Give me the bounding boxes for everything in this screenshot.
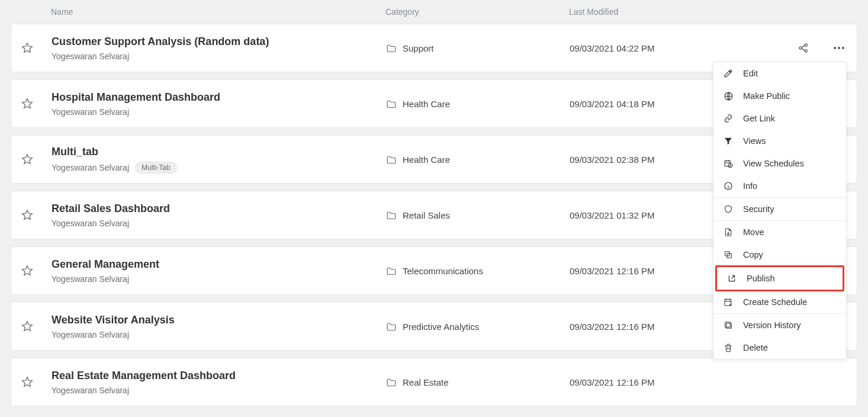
share-icon[interactable]: [798, 42, 809, 54]
more-icon[interactable]: [833, 46, 845, 50]
item-owner: Yogeswaran Selvaraj: [52, 107, 129, 117]
shield-icon: [723, 204, 734, 214]
menu-label: Info: [743, 181, 757, 191]
svg-point-1: [805, 44, 807, 46]
favorite-star-icon[interactable]: [21, 320, 34, 333]
menu-label: Views: [743, 136, 766, 146]
item-owner: Yogeswaran Selvaraj: [52, 330, 129, 339]
item-title[interactable]: Website Visitor Analysis: [52, 314, 386, 326]
svg-point-2: [805, 50, 807, 52]
item-title[interactable]: Multi_tab: [52, 146, 386, 158]
item-title[interactable]: Hospital Management Dashboard: [52, 91, 386, 104]
menu-label: Version History: [743, 320, 801, 330]
item-owner: Yogeswaran Selvaraj: [52, 163, 129, 172]
copy-icon: [723, 249, 734, 260]
menu-security[interactable]: Security: [713, 198, 846, 220]
svg-rect-11: [725, 322, 731, 328]
menu-label: Delete: [743, 343, 768, 352]
menu-copy[interactable]: Copy: [713, 243, 846, 266]
item-owner: Yogeswaran Selvaraj: [52, 219, 129, 228]
item-title[interactable]: Customer Support Analysis (Random data): [52, 36, 386, 48]
filter-icon: [723, 136, 734, 146]
folder-icon: [386, 44, 397, 52]
item-title[interactable]: General Management: [52, 258, 386, 271]
item-title[interactable]: Retail Sales Dashboard: [52, 203, 386, 215]
menu-label: View Schedules: [743, 159, 804, 168]
item-category: Support: [403, 43, 434, 53]
context-menu: Edit Make Public Get Link Views View Sch…: [713, 62, 847, 360]
calendar-plus-icon: [723, 297, 734, 307]
item-category: Retail Sales: [403, 210, 450, 220]
menu-label: Move: [743, 227, 764, 237]
item-category: Real Estate: [403, 377, 449, 387]
folder-icon: [386, 155, 397, 163]
menu-info[interactable]: Info: [713, 175, 846, 197]
favorite-star-icon[interactable]: [21, 264, 34, 277]
folder-icon: [386, 100, 397, 108]
trash-icon: [723, 342, 734, 353]
item-category: Health Care: [403, 155, 450, 165]
item-category: Telecommunications: [403, 266, 483, 276]
item-category: Health Care: [403, 99, 450, 109]
tag-badge: Multi-Tab: [135, 162, 177, 174]
item-owner: Yogeswaran Selvaraj: [52, 52, 129, 61]
menu-make-public[interactable]: Make Public: [713, 85, 846, 107]
menu-label: Copy: [743, 250, 763, 259]
item-modified: 09/03/2021 12:16 PM: [570, 377, 747, 387]
menu-publish[interactable]: Publish: [717, 267, 843, 290]
menu-views[interactable]: Views: [713, 130, 846, 152]
item-modified: 09/03/2021 04:22 PM: [570, 43, 747, 53]
menu-get-link[interactable]: Get Link: [713, 107, 846, 130]
pencil-icon: [723, 68, 734, 79]
folder-icon: [386, 378, 397, 386]
menu-delete[interactable]: Delete: [713, 336, 846, 359]
menu-label: Get Link: [743, 114, 775, 123]
menu-label: Security: [743, 204, 774, 214]
folder-icon: [386, 211, 397, 219]
item-title[interactable]: Real Estate Management Dashboard: [52, 370, 386, 382]
table-row[interactable]: Real Estate Management DashboardYogeswar…: [11, 358, 857, 406]
menu-create-schedule[interactable]: Create Schedule: [713, 291, 846, 313]
menu-version-history[interactable]: Version History: [713, 314, 846, 336]
link-icon: [723, 113, 734, 124]
globe-icon: [723, 91, 734, 101]
folder-icon: [386, 267, 397, 275]
folder-icon: [386, 322, 397, 331]
table-header: Name Category Last Modified: [11, 0, 857, 24]
history-icon: [723, 320, 734, 331]
menu-publish-highlight: Publish: [715, 265, 844, 291]
favorite-star-icon[interactable]: [21, 376, 34, 389]
menu-label: Edit: [743, 69, 758, 78]
menu-move[interactable]: Move: [713, 221, 846, 243]
publish-icon: [726, 273, 737, 284]
favorite-star-icon[interactable]: [21, 208, 34, 222]
menu-label: Create Schedule: [743, 297, 807, 307]
calendar-clock-icon: [723, 158, 734, 169]
column-header-category[interactable]: Category: [385, 7, 569, 17]
menu-edit[interactable]: Edit: [713, 62, 846, 85]
item-owner: Yogeswaran Selvaraj: [52, 386, 129, 395]
move-file-icon: [723, 227, 734, 238]
favorite-star-icon[interactable]: [21, 41, 34, 54]
item-owner: Yogeswaran Selvaraj: [52, 274, 129, 284]
menu-label: Publish: [747, 274, 775, 283]
favorite-star-icon[interactable]: [21, 153, 34, 166]
svg-rect-10: [726, 323, 732, 329]
item-category: Predictive Analytics: [403, 322, 479, 332]
column-header-modified[interactable]: Last Modified: [569, 7, 618, 17]
column-header-name[interactable]: Name: [51, 7, 385, 17]
menu-view-schedules[interactable]: View Schedules: [713, 152, 846, 175]
svg-point-0: [799, 47, 802, 49]
info-icon: [723, 181, 734, 191]
favorite-star-icon[interactable]: [21, 97, 34, 110]
menu-label: Make Public: [743, 91, 790, 101]
